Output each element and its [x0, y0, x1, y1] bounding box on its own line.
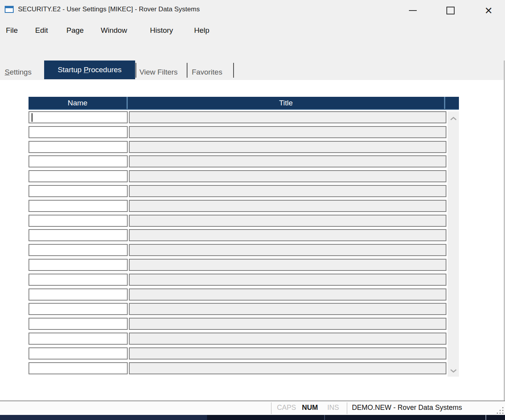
title-cell[interactable] — [129, 318, 446, 330]
table-row — [29, 155, 446, 167]
name-cell[interactable] — [29, 215, 128, 227]
name-cell[interactable] — [29, 274, 128, 286]
taskbar-divider — [485, 415, 486, 420]
name-cell[interactable] — [29, 244, 128, 256]
window-title: SECURITY.E2 - User Settings [MIKEC] - Ro… — [18, 5, 200, 13]
scroll-up-button[interactable] — [448, 113, 459, 125]
name-cell[interactable] — [29, 229, 128, 241]
name-cell[interactable] — [29, 185, 128, 197]
vertical-scrollbar[interactable] — [448, 111, 459, 377]
title-cell[interactable] — [129, 333, 446, 345]
column-header-scroll — [445, 97, 457, 109]
name-cell[interactable] — [29, 200, 128, 212]
tab-favorites[interactable]: Favorites — [192, 66, 222, 78]
column-header-name[interactable]: Name — [29, 97, 128, 109]
status-context: DEMO.NEW - Rover Data Systems — [352, 404, 462, 412]
caps-indicator: CAPS — [277, 404, 296, 412]
tab-view-filters[interactable]: View Filters — [139, 66, 178, 78]
num-indicator: NUM — [302, 404, 318, 412]
table-row — [29, 215, 446, 227]
title-cell[interactable] — [129, 215, 446, 227]
app-window-icon — [5, 6, 14, 13]
table-row — [29, 111, 446, 123]
title-cell[interactable] — [129, 259, 446, 271]
taskbar — [0, 415, 505, 420]
tab-strip: Settings Startup Procedures View Filters… — [0, 61, 505, 80]
close-button[interactable]: ✕ — [480, 3, 498, 18]
table-row — [29, 259, 446, 271]
title-cell[interactable] — [129, 347, 446, 359]
status-separator — [347, 402, 347, 414]
tab-startup-procedures[interactable]: Startup Procedures — [44, 61, 135, 79]
title-cell[interactable] — [129, 288, 446, 301]
table-row — [29, 274, 446, 286]
table-row — [29, 244, 446, 256]
title-bar: SECURITY.E2 - User Settings [MIKEC] - Ro… — [0, 0, 505, 20]
title-cell[interactable] — [129, 155, 446, 167]
menu-edit[interactable]: Edit — [34, 24, 50, 37]
chevron-up-icon — [450, 116, 457, 121]
menu-window[interactable]: Window — [99, 24, 129, 37]
tab-separator — [136, 63, 136, 78]
table-row — [29, 318, 446, 330]
name-cell[interactable] — [29, 318, 128, 330]
taskbar-segment — [0, 415, 207, 420]
name-cell[interactable] — [29, 288, 128, 301]
menu-page[interactable]: Page — [65, 24, 85, 37]
name-cell[interactable] — [29, 141, 128, 153]
table-row — [29, 362, 446, 374]
text-caret — [32, 113, 32, 122]
menu-help[interactable]: Help — [193, 24, 211, 37]
table-row — [29, 288, 446, 301]
menu-history[interactable]: History — [148, 24, 175, 37]
minimize-button[interactable] — [404, 3, 422, 18]
title-cell[interactable] — [129, 111, 446, 123]
grid-body — [29, 111, 446, 381]
name-cell[interactable] — [29, 333, 128, 345]
table-row — [29, 303, 446, 315]
title-cell[interactable] — [129, 170, 446, 182]
tab-separator — [233, 63, 234, 78]
name-cell[interactable] — [29, 362, 128, 374]
name-cell[interactable] — [29, 303, 128, 315]
title-cell[interactable] — [129, 303, 446, 315]
resize-grip-icon[interactable] — [495, 405, 503, 414]
scroll-down-button[interactable] — [448, 365, 459, 377]
table-row — [29, 333, 446, 345]
title-cell[interactable] — [129, 244, 446, 256]
title-cell[interactable] — [129, 141, 446, 153]
column-header-title[interactable]: Title — [128, 97, 445, 109]
tab-separator — [187, 63, 187, 78]
name-cell[interactable] — [29, 347, 128, 359]
title-cell[interactable] — [129, 126, 446, 138]
ins-indicator: INS — [327, 404, 339, 412]
table-row — [29, 126, 446, 138]
tab-settings[interactable]: Settings — [5, 66, 32, 78]
menu-file[interactable]: File — [4, 24, 20, 37]
table-row — [29, 141, 446, 153]
toolbar: ? × — [0, 39, 505, 61]
name-cell[interactable] — [29, 155, 128, 167]
title-cell[interactable] — [129, 200, 446, 212]
title-cell[interactable] — [129, 185, 446, 197]
table-row — [29, 170, 446, 182]
title-cell[interactable] — [129, 274, 446, 286]
chevron-down-icon — [450, 368, 457, 373]
name-cell[interactable] — [29, 111, 128, 123]
table-row — [29, 229, 446, 241]
status-bar: CAPS NUM INS DEMO.NEW - Rover Data Syste… — [0, 400, 505, 415]
menu-bar: File Edit Page Window History Help — [0, 20, 505, 39]
table-row — [29, 200, 446, 212]
title-cell[interactable] — [129, 229, 446, 241]
table-row — [29, 347, 446, 359]
table-row — [29, 185, 446, 197]
startup-procedures-panel: Name Title — [0, 80, 504, 400]
name-cell[interactable] — [29, 259, 128, 271]
name-cell[interactable] — [29, 126, 128, 138]
maximize-button[interactable] — [441, 3, 459, 18]
status-separator — [271, 402, 271, 414]
grid-header: Name Title — [29, 97, 459, 110]
title-cell[interactable] — [129, 362, 446, 374]
taskbar-divider — [324, 415, 325, 420]
name-cell[interactable] — [29, 170, 128, 182]
